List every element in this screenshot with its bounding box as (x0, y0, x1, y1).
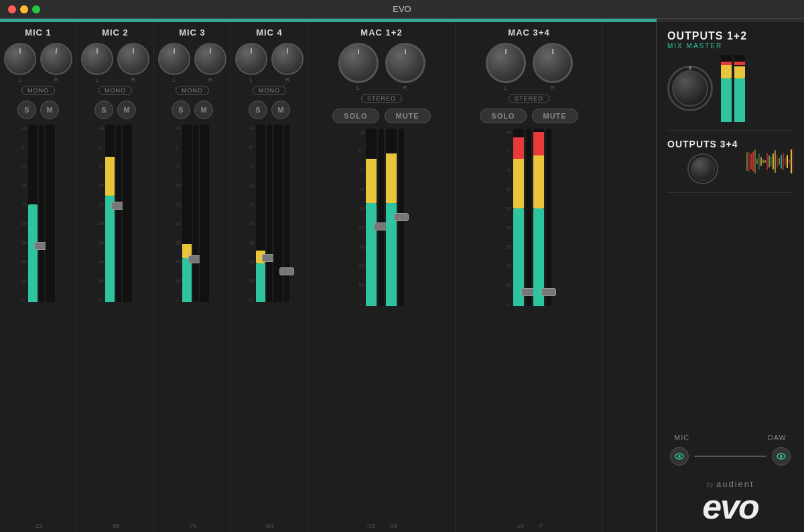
mac34-mute-btn[interactable]: MUTE (532, 109, 578, 123)
mic1-value: -22 (34, 523, 42, 529)
channel-mac12: MAC 1+2 L R STEREO SOLO MUTE +6 0 (308, 22, 456, 532)
mic-daw-controls (667, 447, 793, 466)
outputs34-section: OUTPUTS 3+4 (667, 139, 793, 184)
mic-daw-section: MIC DAW (667, 434, 793, 466)
mac12-mute-btn[interactable]: MUTE (385, 109, 431, 123)
mic-label: MIC (674, 434, 689, 442)
mic4-mute-btn[interactable]: M (271, 101, 290, 119)
mic1-knob-l[interactable]: L (4, 43, 36, 83)
mic3-knob-pair: L R (158, 43, 226, 83)
outputs34-knob[interactable] (687, 153, 718, 184)
outputs12-meters (721, 55, 745, 122)
mic2-mute-btn[interactable]: M (117, 101, 136, 119)
mic1-faders: +6 0 -5 10 15 20 30 40 50 ∞ (4, 122, 72, 520)
mic4-knob-pair: L R (235, 43, 304, 83)
mic4-sm-row: S M (249, 101, 290, 119)
daw-label: DAW (768, 434, 787, 442)
mac34-knob-pair: L R (486, 43, 573, 91)
mic1-label: MIC 1 (25, 27, 52, 38)
mac12-solo-mute: SOLO MUTE (332, 109, 430, 123)
mic4-label: MIC 4 (256, 27, 283, 38)
out12-meter-r (734, 55, 745, 122)
outputs12-section: OUTPUTS 1+2 MIX MASTER (667, 30, 793, 122)
outputs34-left: OUTPUTS 3+4 (667, 139, 738, 184)
maximize-button[interactable] (32, 5, 40, 13)
mic1-scale: +6 0 -5 10 15 20 30 40 50 ∞ (21, 125, 27, 302)
mic3-label: MIC 3 (179, 27, 206, 38)
mic1-mute-btn[interactable]: M (40, 101, 59, 119)
out12-meter-l (721, 55, 732, 122)
mac34-fader-r[interactable] (541, 288, 556, 296)
channel-mic1: MIC 1 L R MONO S M +6 0 (0, 22, 77, 532)
close-button[interactable] (8, 5, 16, 13)
mic3-sm-row: S M (172, 101, 213, 119)
mic3-mute-btn[interactable]: M (194, 101, 213, 119)
daw-eye-btn[interactable] (772, 447, 791, 466)
mic2-label: MIC 2 (102, 27, 129, 38)
mac34-mode[interactable]: STEREO (509, 94, 549, 103)
mic4-knob-r[interactable]: R (271, 43, 304, 83)
waveform-bars (746, 145, 793, 178)
window-controls[interactable] (8, 5, 40, 13)
mic3-solo-btn[interactable]: S (172, 101, 190, 119)
mic4-knob-l[interactable]: L (235, 43, 267, 83)
mic-daw-slider[interactable] (694, 456, 766, 457)
mac34-faders: +6 0 -5 10 15 20 30 40 50 ∞ (460, 126, 598, 520)
mic2-value: -96 (111, 523, 119, 529)
outputs34-title: OUTPUTS 3+4 (667, 139, 738, 149)
title-bar: EVO (0, 0, 804, 19)
mic1-sm-row: S M (17, 101, 59, 119)
channel-mic4: MIC 4 L R MONO S M +6 0 -5 (231, 22, 308, 532)
minimize-button[interactable] (20, 5, 28, 13)
mic1-solo-btn[interactable]: S (17, 101, 36, 119)
window-title: EVO (393, 4, 411, 14)
mac34-knob-l1[interactable]: L (486, 43, 526, 91)
mac12-faders: +6 0 -5 10 15 20 30 40 50 ∞ (312, 126, 451, 520)
mic2-mode[interactable]: MONO (98, 86, 132, 95)
mac34-label: MAC 3+4 (508, 27, 549, 38)
mic3-knob-r[interactable]: R (194, 43, 226, 83)
mac12-fader-r[interactable] (394, 213, 409, 221)
evo-text: evo (667, 489, 793, 524)
mic2-solo-btn[interactable]: S (94, 101, 113, 119)
channel-mic3: MIC 3 L R MONO S M +6 0 -5 (154, 22, 231, 532)
mac34-knob-r1[interactable]: R (533, 43, 573, 91)
mic4-scale: +6 0 -5 10 15 20 30 40 50 ∞ (249, 125, 255, 302)
mic3-knob-l[interactable]: L (158, 43, 190, 83)
mac12-label: MAC 1+2 (360, 27, 402, 38)
mic-eye-btn[interactable] (670, 447, 689, 466)
mic3-scale: +6 0 -5 10 15 20 30 40 50 ∞ (176, 125, 181, 302)
svg-point-3 (780, 455, 783, 458)
mic4-value: -84 (265, 523, 273, 529)
mac34-solo-mute: SOLO MUTE (480, 109, 578, 123)
mic2-knob-r[interactable]: R (117, 43, 149, 83)
outputs12-knob[interactable] (667, 66, 713, 111)
mic3-value: -79 (188, 523, 196, 529)
mac34-scale: +6 0 -5 10 15 20 30 40 50 ∞ (507, 129, 512, 306)
channels-area: MIC 1 L R MONO S M +6 0 (0, 22, 657, 532)
mix-master-label: MIX MASTER (667, 42, 793, 50)
main-container: MIC 1 L R MONO S M +6 0 (0, 22, 804, 532)
mac12-knob-r1[interactable]: R (385, 43, 425, 91)
mic4-mode[interactable]: MONO (253, 86, 286, 95)
mic1-knob-pair: L R (4, 43, 72, 83)
mic1-knob-r[interactable]: R (40, 43, 72, 83)
mac12-mode[interactable]: STEREO (361, 94, 402, 103)
mac34-values: -10 -7 (515, 520, 543, 529)
mac12-scale: +6 0 -5 10 15 20 30 40 50 ∞ (359, 129, 364, 306)
mic2-sm-row: S M (94, 101, 136, 119)
divider1 (667, 130, 793, 131)
mic4-solo-btn[interactable]: S (249, 101, 267, 119)
mic4-fader-r[interactable] (279, 267, 294, 275)
mac12-values: -15 -16 (366, 520, 397, 529)
evo-logo: by audient evo (667, 479, 793, 524)
mic3-faders: +6 0 -5 10 15 20 30 40 50 ∞ (158, 122, 226, 520)
mac12-solo-btn[interactable]: SOLO (332, 109, 379, 123)
outputs12-title: OUTPUTS 1+2 (667, 30, 793, 42)
mac12-knob-l1[interactable]: L (338, 43, 379, 91)
mac34-solo-btn[interactable]: SOLO (480, 109, 526, 123)
mic3-mode[interactable]: MONO (176, 86, 209, 95)
channel-mic2: MIC 2 L R MONO S M +6 0 -5 (77, 22, 154, 532)
mic2-knob-l[interactable]: L (81, 43, 113, 83)
mic1-mode[interactable]: MONO (21, 86, 55, 95)
